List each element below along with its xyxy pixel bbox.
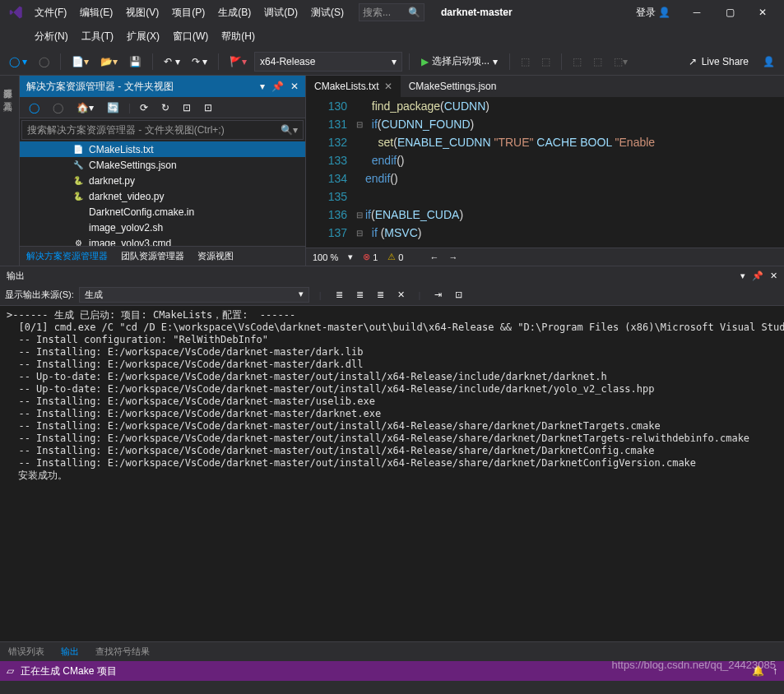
menu-item[interactable]: 生成(B) bbox=[211, 2, 257, 23]
tb-icon5[interactable]: ⬚▾ bbox=[610, 53, 632, 70]
notify-icon[interactable]: 🔔 bbox=[752, 665, 764, 677]
forward-button[interactable]: ◯ bbox=[35, 53, 53, 70]
output-tab[interactable]: 输出 bbox=[53, 642, 87, 661]
editor-tab[interactable]: CMakeLists.txt✕ bbox=[306, 76, 401, 97]
statusbar: ▱ 正在生成 CMake 项目 🔔 ↑ bbox=[0, 661, 784, 681]
redo-button[interactable]: ↷ ▾ bbox=[188, 53, 211, 70]
refresh-icon[interactable]: ⟳ bbox=[136, 99, 152, 116]
project-name: darknet-master bbox=[441, 7, 513, 18]
editor-tab[interactable]: CMakeSettings.json bbox=[401, 76, 505, 97]
dropdown-icon[interactable]: ▾ bbox=[260, 81, 265, 92]
share-icon: ↗ bbox=[689, 56, 697, 67]
out-icon2[interactable]: ≣ bbox=[352, 287, 368, 303]
solution-search[interactable]: 搜索解决方案资源管理器 - 文件夹视图(Ctrl+;) 🔍▾ bbox=[21, 120, 304, 140]
output-text[interactable]: >------ 生成 已启动: 项目: CMakeLists，配置: -----… bbox=[0, 306, 784, 641]
output-tab[interactable]: 查找符号结果 bbox=[87, 642, 158, 661]
tb-icon3[interactable]: ⬚ bbox=[568, 53, 586, 70]
menu-item[interactable]: 项目(P) bbox=[165, 2, 211, 23]
flag-icon[interactable]: 🚩▾ bbox=[225, 53, 251, 70]
collapse-icon[interactable]: ⊡ bbox=[179, 99, 195, 116]
menu-item[interactable]: 文件(F) bbox=[28, 2, 73, 23]
publish-icon[interactable]: ↑ bbox=[772, 665, 777, 677]
sync-icon[interactable]: ↻ bbox=[157, 99, 174, 116]
user-icon[interactable]: 👤 bbox=[758, 53, 779, 70]
out-icon3[interactable]: ≣ bbox=[373, 287, 388, 303]
config-dropdown[interactable]: x64-Release▾ bbox=[254, 52, 402, 72]
tree-item[interactable]: 🐍darknet.py bbox=[20, 173, 305, 188]
pin-icon[interactable]: 📌 bbox=[271, 81, 284, 92]
menu-item[interactable]: 扩展(X) bbox=[120, 26, 166, 47]
maximize-button[interactable]: ▢ bbox=[713, 0, 746, 25]
solution-toolbar: ◯ ◯ 🏠▾ 🔄 | ⟳ ↻ ⊡ ⊡ bbox=[20, 97, 305, 118]
file-icon bbox=[72, 222, 84, 234]
out-icon5[interactable]: ⊡ bbox=[451, 287, 466, 303]
tree-item[interactable]: 🐍darknet_video.py bbox=[20, 188, 305, 204]
back-icon[interactable]: ◯ bbox=[25, 99, 44, 116]
zoom-dropdown-icon[interactable]: ▾ bbox=[348, 252, 353, 262]
tree-item[interactable]: image_yolov2.sh bbox=[20, 220, 305, 235]
out-icon1[interactable]: ≣ bbox=[332, 287, 347, 303]
menu-item[interactable]: 视图(V) bbox=[119, 2, 165, 23]
close-icon[interactable]: ✕ bbox=[770, 271, 777, 281]
close-icon[interactable]: ✕ bbox=[290, 81, 299, 92]
close-button[interactable]: ✕ bbox=[746, 0, 779, 25]
menu-item[interactable]: 分析(N) bbox=[28, 26, 75, 47]
search-input[interactable]: 搜索... 🔍 bbox=[359, 3, 424, 21]
home-icon[interactable]: 🏠▾ bbox=[72, 99, 98, 116]
warning-count[interactable]: ⚠ 0 bbox=[387, 252, 403, 262]
panel-tab[interactable]: 解决方案资源管理器 bbox=[20, 247, 114, 266]
save-button[interactable]: 💾 bbox=[125, 53, 146, 70]
tree-item[interactable]: 📄CMakeLists.txt bbox=[20, 141, 305, 157]
menu-item[interactable]: 工具(T) bbox=[75, 26, 120, 47]
new-button[interactable]: 📄▾ bbox=[67, 53, 93, 70]
file-icon: 🐍 bbox=[72, 175, 84, 187]
run-button[interactable]: ▶ 选择启动项... ▾ bbox=[416, 52, 503, 71]
vtab-server[interactable]: 服务器资源 bbox=[0, 76, 16, 89]
menu-item[interactable]: 帮助(H) bbox=[215, 26, 262, 47]
vtab-toolbox[interactable]: 工具箱 bbox=[0, 89, 16, 102]
zoom-level[interactable]: 100 % bbox=[313, 252, 338, 262]
panel-tab[interactable]: 资源视图 bbox=[191, 247, 240, 266]
panel-tab[interactable]: 团队资源管理器 bbox=[114, 247, 191, 266]
clear-icon[interactable]: ✕ bbox=[393, 287, 409, 303]
left-sidebar: 服务器资源 工具箱 bbox=[0, 76, 20, 266]
code-editor[interactable]: 130131132133134135136137 ⊟⊟⊟ find_packag… bbox=[306, 97, 784, 248]
wrap-icon[interactable]: ⇥ bbox=[430, 287, 446, 303]
menubar-row2: 分析(N)工具(T)扩展(X)窗口(W)帮助(H) bbox=[0, 25, 784, 48]
nav-next-icon[interactable]: → bbox=[448, 252, 457, 262]
tree-item[interactable]: 🔧CMakeSettings.json bbox=[20, 157, 305, 173]
menu-item[interactable]: 窗口(W) bbox=[166, 26, 215, 47]
pin-icon[interactable]: 📌 bbox=[752, 271, 763, 281]
file-tree: 📄CMakeLists.txt🔧CMakeSettings.json🐍darkn… bbox=[20, 141, 305, 246]
file-icon: 🐍 bbox=[72, 191, 84, 202]
tree-item[interactable]: ⚙image_yolov3.cmd bbox=[20, 235, 305, 246]
login-button[interactable]: 登录 👤 bbox=[636, 6, 670, 20]
tb-icon1[interactable]: ⬚ bbox=[517, 53, 534, 70]
live-share-button[interactable]: ↗ Live Share bbox=[682, 56, 755, 67]
undo-button[interactable]: ↶ ▾ bbox=[160, 53, 183, 70]
error-count[interactable]: ⊗ 1 bbox=[363, 252, 378, 262]
titlebar: 文件(F)编辑(E)视图(V)项目(P)生成(B)调试(D)测试(S) 搜索..… bbox=[0, 0, 784, 25]
fwd-icon[interactable]: ◯ bbox=[49, 99, 67, 116]
nav-prev-icon[interactable]: ← bbox=[429, 252, 438, 262]
menu-item[interactable]: 测试(S) bbox=[304, 2, 350, 23]
back-button[interactable]: ◯ ▾ bbox=[5, 53, 31, 70]
tb-icon2[interactable]: ⬚ bbox=[537, 53, 554, 70]
menu-item[interactable]: 编辑(E) bbox=[73, 2, 119, 23]
chevron-down-icon: ▾ bbox=[392, 56, 397, 67]
output-tab[interactable]: 错误列表 bbox=[0, 642, 53, 661]
menu-item[interactable]: 调试(D) bbox=[257, 2, 304, 23]
output-source-dropdown[interactable]: 生成▾ bbox=[79, 287, 309, 303]
dropdown-icon[interactable]: ▾ bbox=[740, 271, 745, 281]
tree-item[interactable]: DarknetConfig.cmake.in bbox=[20, 204, 305, 220]
open-button[interactable]: 📂▾ bbox=[96, 53, 122, 70]
output-header: 输出 ▾ 📌 ✕ bbox=[0, 266, 784, 285]
showall-icon[interactable]: ⊡ bbox=[200, 99, 216, 116]
switch-icon[interactable]: 🔄 bbox=[103, 99, 123, 116]
search-placeholder: 搜索... bbox=[363, 6, 391, 20]
minimize-button[interactable]: ─ bbox=[680, 0, 713, 25]
tb-icon4[interactable]: ⬚ bbox=[589, 53, 606, 70]
output-tabs: 错误列表输出查找符号结果 bbox=[0, 641, 784, 661]
close-icon[interactable]: ✕ bbox=[384, 81, 392, 92]
solution-header: 解决方案资源管理器 - 文件夹视图 ▾ 📌 ✕ bbox=[20, 76, 305, 97]
